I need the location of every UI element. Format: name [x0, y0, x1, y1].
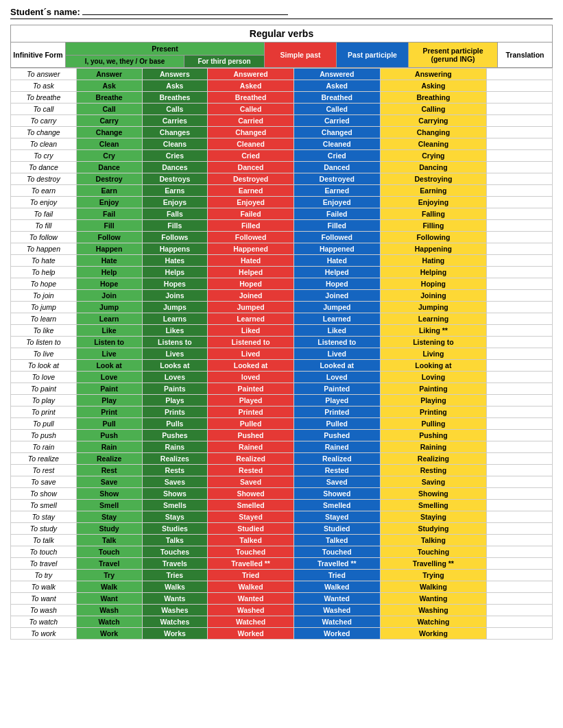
cell-17-6: [487, 267, 553, 278]
table-row: To playPlayPlaysPlayedPlayedPlaying: [11, 395, 553, 407]
cell-5-0: To change: [11, 127, 77, 138]
table-row: To paintPaintPaintsPaintedPaintedPaintin…: [11, 383, 553, 395]
cell-17-5: Helping: [380, 267, 487, 278]
cell-27-5: Painting: [380, 383, 487, 395]
cell-10-3: Earned: [208, 185, 294, 197]
cell-0-4: Answered: [294, 69, 380, 80]
cell-26-5: Loving: [380, 372, 487, 383]
cell-23-3: Listened to: [208, 337, 294, 348]
cell-18-0: To hope: [11, 278, 77, 290]
cell-39-1: Study: [76, 523, 142, 535]
cell-43-0: To try: [11, 570, 77, 581]
table-row: To learnLearnLearnsLearnedLearnedLearnin…: [11, 313, 553, 325]
cell-44-5: Walking: [380, 581, 487, 593]
cell-3-1: Call: [76, 104, 142, 115]
cell-45-5: Wanting: [380, 593, 487, 605]
cell-6-0: To clean: [11, 138, 77, 150]
cell-41-4: Touched: [294, 546, 380, 558]
table-row: To cleanCleanCleansCleanedCleanedCleanin…: [11, 138, 553, 150]
cell-36-2: Shows: [142, 488, 208, 500]
cell-15-4: Happened: [294, 243, 380, 255]
cell-9-0: To destroy: [11, 173, 77, 185]
cell-41-2: Touches: [142, 546, 208, 558]
header-present: Present: [66, 43, 265, 56]
cell-42-4: Travelled **: [294, 558, 380, 570]
cell-45-4: Wanted: [294, 593, 380, 605]
cell-10-5: Earning: [380, 185, 487, 197]
table-row: To answerAnswerAnswersAnsweredAnsweredAn…: [11, 69, 553, 80]
cell-24-6: [487, 348, 553, 360]
cell-40-2: Talks: [142, 535, 208, 546]
cell-15-6: [487, 243, 553, 255]
cell-31-1: Push: [76, 430, 142, 441]
cell-12-2: Falls: [142, 208, 208, 220]
cell-45-2: Wants: [142, 593, 208, 605]
table-row: To followFollowFollowsFollowedFollowedFo…: [11, 232, 553, 243]
cell-26-0: To love: [11, 372, 77, 383]
cell-5-4: Changed: [294, 127, 380, 138]
cell-48-2: Works: [142, 628, 208, 640]
cell-40-4: Talked: [294, 535, 380, 546]
cell-15-3: Happened: [208, 243, 294, 255]
cell-23-4: Listened to: [294, 337, 380, 348]
cell-39-4: Studied: [294, 523, 380, 535]
cell-6-4: Cleaned: [294, 138, 380, 150]
table-row: To earnEarnEarnsEarnedEarnedEarning: [11, 185, 553, 197]
cell-35-6: [487, 476, 553, 488]
table-row: To travelTravelTravelsTravelled **Travel…: [11, 558, 553, 570]
cell-46-4: Washed: [294, 605, 380, 616]
cell-15-2: Happens: [142, 243, 208, 255]
cell-30-5: Pulling: [380, 418, 487, 430]
cell-5-6: [487, 127, 553, 138]
cell-28-3: Played: [208, 395, 294, 407]
cell-3-5: Calling: [380, 104, 487, 115]
cell-7-1: Cry: [76, 150, 142, 162]
cell-13-3: Filled: [208, 220, 294, 232]
table-row: To studyStudyStudiesStudiedStudiedStudyi…: [11, 523, 553, 535]
cell-38-2: Stays: [142, 511, 208, 523]
cell-4-3: Carried: [208, 115, 294, 127]
cell-37-0: To smell: [11, 500, 77, 511]
cell-39-6: [487, 523, 553, 535]
cell-27-1: Paint: [76, 383, 142, 395]
cell-21-5: Learning: [380, 313, 487, 325]
table-row: To watchWatchWatchesWatchedWatchedWatchi…: [11, 616, 553, 628]
cell-4-1: Carry: [76, 115, 142, 127]
cell-22-0: To like: [11, 325, 77, 337]
cell-37-2: Smells: [142, 500, 208, 511]
cell-19-4: Joined: [294, 290, 380, 302]
cell-30-4: Pulled: [294, 418, 380, 430]
cell-44-4: Walked: [294, 581, 380, 593]
cell-44-6: [487, 581, 553, 593]
cell-35-5: Saving: [380, 476, 487, 488]
cell-36-0: To show: [11, 488, 77, 500]
cell-17-1: Help: [76, 267, 142, 278]
cell-25-1: Look at: [76, 360, 142, 372]
cell-41-0: To touch: [11, 546, 77, 558]
cell-11-3: Enjoyed: [208, 197, 294, 208]
table-row: To washWashWashesWashedWashedWashing: [11, 605, 553, 616]
cell-31-3: Pushed: [208, 430, 294, 441]
cell-46-2: Washes: [142, 605, 208, 616]
cell-42-1: Travel: [76, 558, 142, 570]
cell-0-2: Answers: [142, 69, 208, 80]
cell-39-3: Studied: [208, 523, 294, 535]
cell-32-3: Rained: [208, 441, 294, 453]
cell-16-5: Hating: [380, 255, 487, 267]
cell-43-3: Tried: [208, 570, 294, 581]
cell-46-5: Washing: [380, 605, 487, 616]
cell-45-1: Want: [76, 593, 142, 605]
cell-19-0: To join: [11, 290, 77, 302]
cell-46-0: To wash: [11, 605, 77, 616]
cell-13-1: Fill: [76, 220, 142, 232]
cell-2-6: [487, 92, 553, 104]
cell-2-1: Breathe: [76, 92, 142, 104]
cell-43-2: Tries: [142, 570, 208, 581]
table-row: To rainRainRainsRainedRainedRaining: [11, 441, 553, 453]
cell-4-4: Carried: [294, 115, 380, 127]
cell-33-4: Realized: [294, 453, 380, 465]
cell-42-0: To travel: [11, 558, 77, 570]
cell-0-1: Answer: [76, 69, 142, 80]
cell-47-4: Watched: [294, 616, 380, 628]
cell-34-6: [487, 465, 553, 476]
